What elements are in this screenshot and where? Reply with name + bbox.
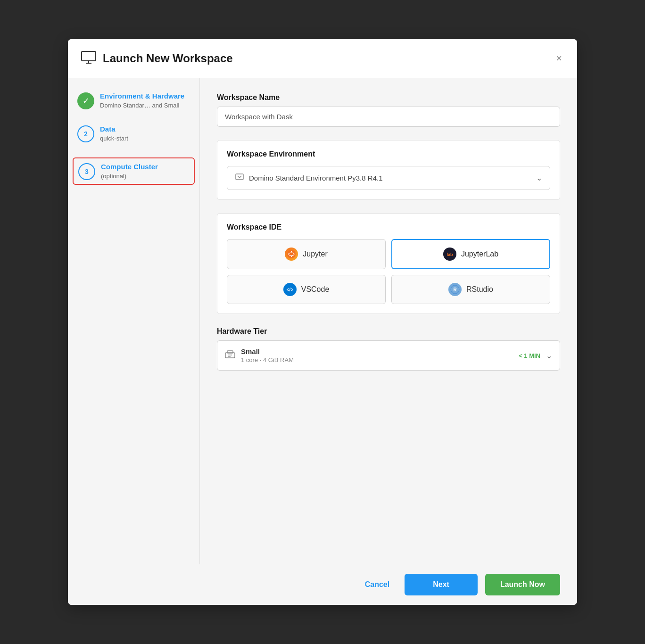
environment-value: Domino Standard Environment Py3.8 R4.1	[249, 174, 382, 182]
workspace-environment-card: Workspace Environment Domino Standard En…	[217, 140, 560, 200]
step2-indicator: 2	[77, 125, 94, 142]
hardware-info: Small 1 core · 4 GiB RAM	[241, 347, 294, 363]
jupyter-label: Jupyter	[303, 250, 327, 258]
step1-subtitle: Domino Standar… and Small	[100, 102, 184, 109]
main-content: Workspace Name Workspace Environment	[200, 78, 577, 564]
step1-content: Environment & Hardware Domino Standar… a…	[100, 91, 184, 109]
cancel-button[interactable]: Cancel	[357, 576, 397, 594]
vscode-label: VSCode	[301, 285, 330, 294]
sidebar: ✓ Environment & Hardware Domino Standar……	[68, 78, 200, 564]
step3-subtitle: (optional)	[101, 173, 158, 180]
jupyterlab-icon: lab	[443, 248, 456, 261]
hardware-chevron-icon: ⌄	[546, 351, 552, 360]
step2-subtitle: quick-start	[100, 135, 128, 142]
hardware-icon	[225, 350, 235, 361]
jupyter-button[interactable]: Jupyter	[227, 239, 386, 269]
jupyterlab-label: JupyterLab	[461, 250, 498, 258]
workspace-ide-label: Workspace IDE	[227, 223, 550, 231]
modal-title: Launch New Workspace	[103, 52, 554, 65]
step1-indicator: ✓	[77, 92, 94, 109]
environment-select[interactable]: Domino Standard Environment Py3.8 R4.1 ⌄	[227, 166, 550, 190]
environment-select-left: Domino Standard Environment Py3.8 R4.1	[235, 172, 382, 184]
launch-now-button[interactable]: Launch Now	[485, 574, 560, 595]
step2-title: Data	[100, 124, 128, 134]
modal-footer: Cancel Next Launch Now	[68, 564, 577, 605]
svg-rect-3	[236, 174, 243, 180]
monitor-icon	[81, 51, 96, 66]
hardware-select[interactable]: Small 1 core · 4 GiB RAM < 1 MIN ⌄	[217, 340, 560, 371]
hardware-tier-label: Hardware Tier	[217, 327, 560, 336]
sidebar-item-step2[interactable]: 2 Data quick-start	[77, 124, 190, 142]
svg-point-6	[291, 251, 292, 252]
svg-text:lab: lab	[447, 252, 453, 257]
step3-indicator: 3	[78, 163, 95, 180]
workspace-environment-label: Workspace Environment	[227, 150, 550, 158]
close-button[interactable]: ×	[554, 50, 564, 66]
environment-icon	[235, 172, 244, 184]
step1-title: Environment & Hardware	[100, 91, 184, 101]
modal-overlay: Launch New Workspace × ✓ Environment & H…	[0, 0, 645, 644]
jupyterlab-button[interactable]: lab JupyterLab	[391, 239, 550, 269]
modal-body: ✓ Environment & Hardware Domino Standar……	[68, 78, 577, 564]
hardware-spec: 1 core · 4 GiB RAM	[241, 356, 294, 363]
svg-text:</>: </>	[286, 287, 293, 292]
svg-rect-15	[227, 351, 233, 353]
hardware-right: < 1 MIN ⌄	[519, 351, 552, 360]
step3-title: Compute Cluster	[101, 162, 158, 172]
hardware-time-badge: < 1 MIN	[519, 352, 540, 359]
rstudio-icon: R	[448, 283, 462, 296]
step2-content: Data quick-start	[100, 124, 128, 142]
modal: Launch New Workspace × ✓ Environment & H…	[68, 39, 577, 605]
jupyter-icon	[285, 248, 298, 261]
next-button[interactable]: Next	[405, 574, 478, 595]
workspace-name-input[interactable]	[217, 107, 560, 127]
ide-grid: Jupyter lab JupyterLab	[227, 239, 550, 304]
hardware-name: Small	[241, 347, 294, 355]
workspace-ide-card: Workspace IDE	[217, 213, 560, 314]
svg-rect-0	[82, 51, 96, 61]
rstudio-label: RStudio	[466, 285, 493, 294]
step3-content: Compute Cluster (optional)	[101, 162, 158, 180]
rstudio-button[interactable]: R RStudio	[391, 275, 550, 304]
environment-chevron-icon: ⌄	[536, 173, 542, 182]
vscode-button[interactable]: </> VSCode	[227, 275, 386, 304]
workspace-name-label: Workspace Name	[217, 93, 560, 102]
svg-point-7	[291, 256, 292, 257]
svg-text:R: R	[453, 287, 457, 292]
modal-header: Launch New Workspace ×	[68, 39, 577, 78]
hardware-left: Small 1 core · 4 GiB RAM	[225, 347, 294, 363]
sidebar-item-step1[interactable]: ✓ Environment & Hardware Domino Standar……	[77, 91, 190, 109]
vscode-icon: </>	[283, 283, 297, 296]
sidebar-item-step3[interactable]: 3 Compute Cluster (optional)	[73, 157, 195, 185]
